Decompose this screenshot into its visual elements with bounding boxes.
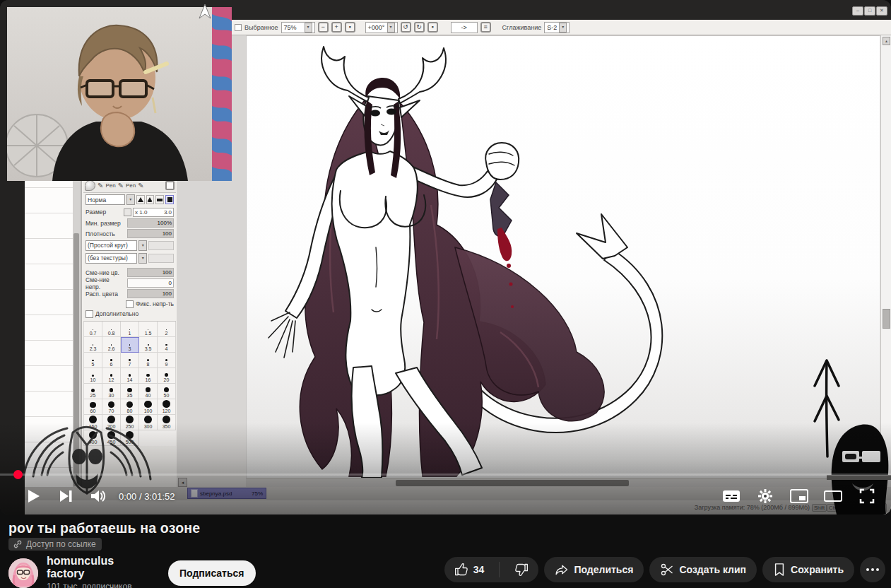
chevron-down-icon: ▾ (138, 240, 147, 251)
brush-size-dot (127, 388, 131, 392)
slider-track: 100 (127, 268, 174, 277)
brush-size-cell: 70 (102, 399, 121, 415)
miniplayer-icon (790, 489, 808, 503)
more-icon (866, 568, 869, 571)
brush-tip-bar (155, 195, 164, 204)
brush-size-dot (165, 359, 167, 361)
create-clip-button[interactable]: Создать клип (649, 557, 757, 582)
checkbox-icon (85, 310, 93, 318)
brush-size-dot (110, 388, 114, 392)
scrollbar-thumb (883, 309, 890, 329)
like-button[interactable]: 34 (444, 557, 495, 582)
advanced-row: Дополнительно (83, 309, 176, 319)
channel-avatar[interactable] (8, 558, 38, 588)
brush-size-dot (110, 374, 113, 377)
slider-track: 0 (127, 278, 174, 288)
share-button[interactable]: Поделиться (544, 557, 644, 582)
brush-size-number: 0.7 (90, 331, 97, 336)
layer-row (25, 239, 73, 264)
visibility-badge[interactable]: Доступ по ссылке (8, 538, 102, 551)
brush-size-dot (108, 401, 114, 408)
brush-size-cell: 25 (84, 384, 102, 399)
slider-value: 100 (163, 230, 172, 237)
save-label: Сохранить (791, 564, 844, 575)
mute-button[interactable] (82, 482, 114, 510)
brush-size-number: 9 (165, 362, 168, 367)
brush-size-number: 3.5 (145, 346, 152, 351)
pencil-icon: ✎ (138, 182, 143, 189)
share-label: Поделиться (574, 564, 633, 575)
scissors-icon (660, 563, 674, 577)
sai-canvas (246, 35, 880, 478)
subscribe-button[interactable]: Подписаться (168, 560, 256, 586)
chevron-down-icon: ▾ (138, 253, 147, 264)
brush-size-number: 20 (164, 377, 170, 382)
pencil-icon: ✎ (98, 182, 103, 189)
play-icon (25, 488, 41, 504)
miniplayer-button[interactable] (782, 482, 816, 510)
progress-bar[interactable] (0, 474, 891, 476)
brush-slider: Расп. цвета100 (83, 288, 176, 299)
texture-scale-disabled-input (148, 254, 174, 263)
brush-sliders-2: Сме-ние цв.100Сме-ние непр.0Расп. цвета1… (83, 267, 176, 299)
video-title: pov ты работаешь на озоне (8, 520, 200, 536)
save-button[interactable]: Сохранить (762, 557, 854, 582)
progress-scrubber[interactable] (13, 470, 23, 479)
angle-input: +000°▾ (365, 22, 398, 33)
brush-size-cell: 0.7 (84, 322, 102, 337)
brush-size-number: 350 (163, 424, 171, 429)
slider-label: Сме-ние цв. (85, 269, 126, 276)
gear-icon (757, 488, 773, 504)
blend-mode-row: Норма ▾ (83, 193, 176, 206)
size-unit-icon (124, 208, 131, 216)
chevron-down-icon: ▾ (126, 194, 135, 205)
layer-row (25, 366, 73, 392)
brush-size-number: 1.5 (145, 331, 152, 336)
theater-button[interactable] (816, 482, 850, 510)
zoom-reset-button: ▪ (345, 22, 355, 33)
next-button[interactable] (49, 482, 82, 510)
brush-size-cell: 5 (84, 353, 102, 368)
settings-button[interactable] (748, 482, 782, 510)
brush-size-cell: 8 (139, 353, 158, 368)
brush-size-cell: 30 (102, 384, 121, 399)
more-actions-button[interactable] (860, 557, 885, 582)
video-player[interactable]: – □ ✕ Выбранное 75%▾ − + ▪ +000°▾ ↺ ↻ ▪ … (0, 0, 891, 514)
brush-size-number: 1 (129, 331, 131, 336)
brush-size-dot (163, 416, 170, 423)
more-icon (871, 568, 874, 571)
brush-size-cell: 9 (158, 353, 176, 368)
brush-size-dot (126, 401, 133, 408)
like-count: 34 (473, 564, 485, 575)
brush-size-number: 7 (129, 362, 131, 367)
pen-tool-label: Pen (105, 182, 115, 189)
play-button[interactable] (17, 482, 49, 510)
subtitles-button[interactable] (714, 482, 748, 510)
zebra-fabric (212, 7, 232, 181)
layer-row (25, 188, 73, 213)
clip-label: Создать клип (679, 564, 746, 575)
size-label: Размер (85, 208, 122, 216)
empty-tool-slot (165, 181, 175, 190)
fullscreen-button[interactable] (850, 482, 884, 510)
brush-size-cell: 12 (102, 368, 121, 384)
brush-size-number: 60 (90, 408, 96, 413)
brush-size-dot (144, 401, 152, 408)
slider-track: 100 (127, 289, 174, 298)
cursor-icon (196, 3, 213, 20)
brush-size-dot (148, 344, 149, 346)
dislike-button[interactable] (504, 557, 538, 582)
brush-size-number: 12 (109, 377, 114, 382)
layer-row (25, 290, 73, 315)
brush-size-cell: 20 (158, 368, 176, 384)
layer-row (25, 392, 73, 417)
volume-icon (90, 488, 107, 504)
brush-size-cell: 4 (158, 337, 176, 353)
action-buttons: 34 Поделиться (444, 557, 885, 582)
rotate-cw-button: ↻ (414, 22, 425, 33)
brush-size-cell: 14 (121, 368, 139, 384)
zoom-input: 75%▾ (281, 22, 315, 33)
like-dislike-pill: 34 (444, 557, 539, 582)
channel-name[interactable]: homunculus factory (47, 555, 153, 580)
shape-select: (Простой круг) (85, 240, 137, 251)
